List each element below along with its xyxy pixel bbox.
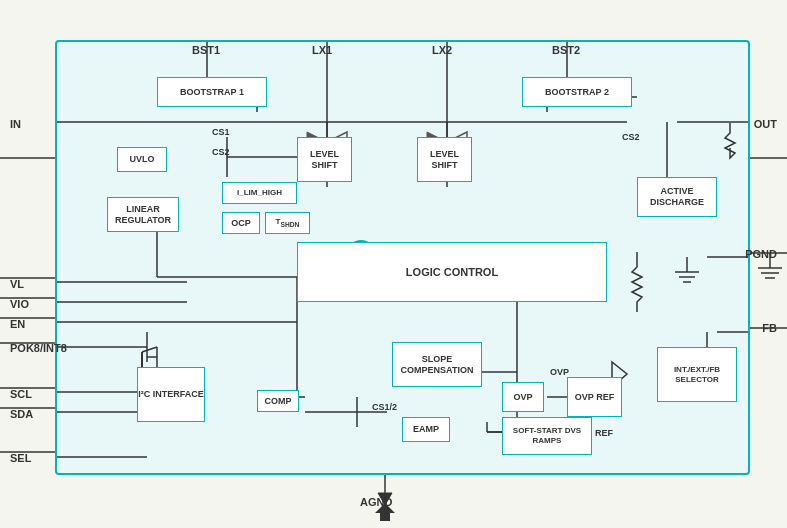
comp-block: COMP xyxy=(257,390,299,412)
slope-compensation-block: SLOPE COMPENSATION xyxy=(392,342,482,387)
ovp-line-label: OVP xyxy=(550,367,569,377)
eamp-label: EAMP xyxy=(413,424,439,435)
active-discharge-block: ACTIVE DISCHARGE xyxy=(637,177,717,217)
level-shift2-label: LEVEL SHIFT xyxy=(418,149,471,171)
linear-regulator-block: LINEAR REGULATOR xyxy=(107,197,179,232)
agnd-arrow xyxy=(375,503,395,523)
ref-label: REF xyxy=(595,428,613,438)
ovp-ref-label: OVP REF xyxy=(575,392,614,403)
ovp-label: OVP xyxy=(513,392,532,403)
pin-en-label: EN xyxy=(10,318,25,330)
i2c-interface-label: I²C INTERFACE xyxy=(138,389,204,400)
active-discharge-label: ACTIVE DISCHARGE xyxy=(638,186,716,208)
pin-vl-label: VL xyxy=(10,278,24,290)
linear-regulator-label: LINEAR REGULATOR xyxy=(108,204,178,226)
pin-in-label: IN xyxy=(10,118,21,130)
pin-sel-label: SEL xyxy=(10,452,31,464)
tshdn-label: TSHDN xyxy=(276,217,300,229)
bootstrap1-block: BOOTSTRAP 1 xyxy=(157,77,267,107)
soft-start-label: SOFT-START DVS RAMPS xyxy=(503,426,591,445)
bootstrap1-label: BOOTSTRAP 1 xyxy=(180,87,244,98)
pin-vio-label: VIO xyxy=(10,298,29,310)
i2c-interface-block: I²C INTERFACE xyxy=(137,367,205,422)
pin-fb-label: FB xyxy=(762,322,777,334)
cs1-label: CS1 xyxy=(212,127,230,137)
pin-scl-label: SCL xyxy=(10,388,32,400)
level-shift1-block: LEVEL SHIFT xyxy=(297,137,352,182)
level-shift1-label: LEVEL SHIFT xyxy=(298,149,351,171)
soft-start-block: SOFT-START DVS RAMPS xyxy=(502,417,592,455)
pin-out-label: OUT xyxy=(754,118,777,130)
level-shift2-block: LEVEL SHIFT xyxy=(417,137,472,182)
ilim-high-label: I_LIM_HIGH xyxy=(237,188,282,198)
pin-lx1-label: LX1 xyxy=(312,44,332,56)
svg-line-56 xyxy=(142,347,157,352)
ocp-label: OCP xyxy=(231,218,251,229)
cs12-label: CS1/2 xyxy=(372,402,397,412)
pin-sda-label: SDA xyxy=(10,408,33,420)
logic-control-block: LOGIC CONTROL xyxy=(297,242,607,302)
pin-pok-label: POK8/INT8 xyxy=(10,342,67,354)
bootstrap2-label: BOOTSTRAP 2 xyxy=(545,87,609,98)
pin-pgnd-label: PGND xyxy=(745,248,777,260)
bootstrap2-block: BOOTSTRAP 2 xyxy=(522,77,632,107)
pin-lx2-label: LX2 xyxy=(432,44,452,56)
ovp-ref-block: OVP REF xyxy=(567,377,622,417)
cs2-right-label: CS2 xyxy=(622,132,640,142)
svg-marker-64 xyxy=(375,503,395,521)
ovp-block: OVP xyxy=(502,382,544,412)
ilim-high-block: I_LIM_HIGH xyxy=(222,182,297,204)
cs2-left-label: CS2 xyxy=(212,147,230,157)
pin-bst1-label: BST1 xyxy=(192,44,220,56)
comp-label: COMP xyxy=(265,396,292,407)
int-ext-fb-label: INT./EXT./FB SELECTOR xyxy=(658,365,736,384)
ocp-block: OCP xyxy=(222,212,260,234)
tshdn-block: TSHDN xyxy=(265,212,310,234)
pin-bst2-label: BST2 xyxy=(552,44,580,56)
uvlo-label: UVLO xyxy=(129,154,154,165)
slope-compensation-label: SLOPE COMPENSATION xyxy=(393,354,481,376)
int-ext-fb-block: INT./EXT./FB SELECTOR xyxy=(657,347,737,402)
eamp-block: EAMP xyxy=(402,417,450,442)
logic-control-label: LOGIC CONTROL xyxy=(406,266,498,278)
main-ic-block: BST1 LX1 LX2 BST2 BOOTSTRAP 1 BOOTSTRAP … xyxy=(55,40,750,475)
diagram-container: BST1 LX1 LX2 BST2 BOOTSTRAP 1 BOOTSTRAP … xyxy=(0,0,787,528)
uvlo-block: UVLO xyxy=(117,147,167,172)
